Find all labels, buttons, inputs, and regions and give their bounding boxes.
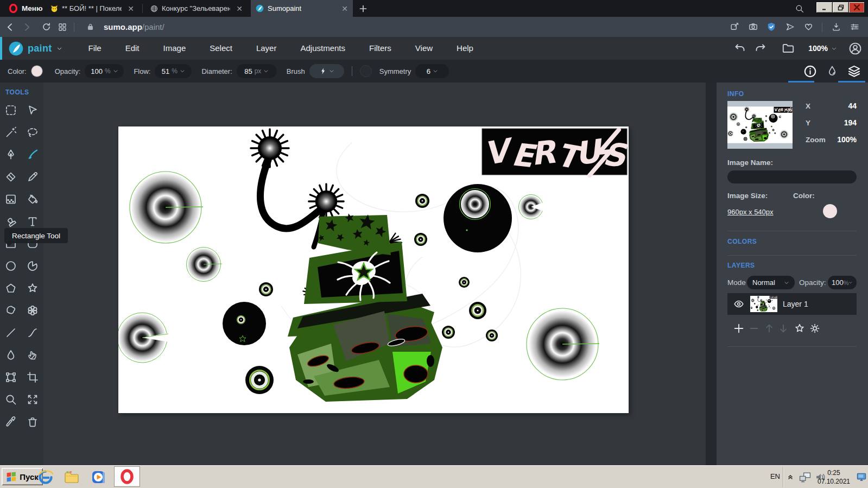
tool-eraser[interactable] bbox=[3, 170, 18, 183]
tool-star[interactable] bbox=[25, 282, 40, 295]
tool-zoom[interactable] bbox=[3, 393, 18, 406]
taskbar-ie-button[interactable] bbox=[37, 468, 54, 486]
tab-sumopaint[interactable]: Sumopaint ✕ bbox=[251, 0, 353, 17]
url-text[interactable]: sumo.app/paint/ bbox=[104, 22, 164, 32]
tab-close-icon[interactable]: ✕ bbox=[236, 4, 243, 13]
menu-edit[interactable]: Edit bbox=[113, 37, 151, 60]
info-panel-toggle-icon[interactable] bbox=[803, 64, 818, 79]
share-button[interactable] bbox=[782, 20, 798, 35]
move-layer-down-button[interactable] bbox=[777, 322, 789, 334]
color-panel-toggle-icon[interactable] bbox=[826, 65, 839, 78]
move-layer-up-button[interactable] bbox=[763, 322, 775, 334]
tool-fullscreen[interactable] bbox=[25, 393, 40, 406]
menu-file[interactable]: File bbox=[77, 37, 113, 60]
tool-blur[interactable] bbox=[3, 348, 18, 362]
menu-image[interactable]: Image bbox=[151, 37, 198, 60]
remove-layer-button[interactable] bbox=[748, 322, 760, 334]
tool-delete[interactable] bbox=[25, 415, 40, 428]
menu-filters[interactable]: Filters bbox=[357, 37, 403, 60]
speed-dial-button[interactable] bbox=[54, 20, 71, 35]
image-name-input[interactable] bbox=[727, 170, 857, 183]
bookmark-button[interactable] bbox=[800, 20, 816, 35]
tool-pen[interactable] bbox=[3, 148, 18, 161]
redo-icon[interactable] bbox=[754, 42, 767, 55]
snapshot-button[interactable] bbox=[745, 20, 761, 35]
forward-button[interactable] bbox=[18, 20, 35, 35]
tool-curve[interactable] bbox=[25, 326, 40, 339]
panel-color-swatch[interactable] bbox=[823, 204, 837, 218]
tab-close-icon[interactable]: ✕ bbox=[341, 4, 348, 13]
color-swatch[interactable] bbox=[31, 65, 43, 77]
tool-ellipse[interactable] bbox=[3, 259, 18, 272]
tool-kaleidoscope-shape[interactable] bbox=[25, 304, 40, 317]
opera-menu-button[interactable]: Меню bbox=[4, 0, 47, 17]
layer-settings-button[interactable] bbox=[809, 322, 821, 334]
favorite-layer-button[interactable] bbox=[794, 322, 806, 334]
tool-transform[interactable] bbox=[3, 371, 18, 384]
layer-row[interactable]: Layer 1 bbox=[727, 293, 857, 315]
taskbar-mediaplayer-button[interactable] bbox=[90, 468, 107, 486]
open-folder-icon[interactable] bbox=[781, 41, 795, 55]
tool-pencil[interactable] bbox=[25, 170, 40, 183]
window-close-button[interactable] bbox=[848, 2, 865, 13]
menu-view[interactable]: View bbox=[403, 37, 445, 60]
tool-pie[interactable] bbox=[25, 259, 40, 272]
window-minimize-button[interactable] bbox=[816, 2, 832, 13]
tool-lasso[interactable] bbox=[25, 126, 40, 139]
tool-move[interactable] bbox=[25, 104, 40, 117]
browser-settings-button[interactable] bbox=[846, 20, 863, 35]
tool-line[interactable] bbox=[3, 326, 18, 339]
vpn-badge-button[interactable] bbox=[763, 20, 780, 35]
secondary-color-swatch[interactable] bbox=[360, 65, 372, 77]
tab-pokelegenda[interactable]: ** БОЙ! ** | Покелегенда - ✕ bbox=[46, 0, 139, 17]
tool-gradient[interactable] bbox=[3, 193, 18, 206]
window-restore-button[interactable] bbox=[832, 2, 848, 13]
brush-type-dropdown[interactable] bbox=[309, 64, 344, 78]
menu-adjustments[interactable]: Adjustments bbox=[288, 37, 357, 60]
menu-layer[interactable]: Layer bbox=[244, 37, 289, 60]
menu-help[interactable]: Help bbox=[445, 37, 485, 60]
tool-clone-stamp[interactable] bbox=[3, 215, 18, 228]
tool-magic-wand[interactable] bbox=[3, 126, 18, 139]
layer-opacity-dropdown[interactable]: 100 % bbox=[828, 276, 857, 289]
layer-mode-dropdown[interactable]: Normal bbox=[747, 276, 795, 289]
network-tray-icon[interactable] bbox=[799, 471, 812, 483]
reload-button[interactable] bbox=[38, 20, 54, 35]
opacity-dropdown[interactable]: 100 % bbox=[85, 64, 124, 78]
browser-search-button[interactable] bbox=[791, 1, 808, 16]
language-indicator[interactable]: EN bbox=[770, 472, 780, 480]
drawing-canvas[interactable]: VERTUS bbox=[118, 126, 629, 413]
tool-smudge[interactable] bbox=[25, 348, 40, 362]
zoom-dropdown[interactable]: 100% bbox=[808, 44, 837, 53]
diameter-dropdown[interactable]: 85 px bbox=[237, 64, 277, 78]
site-security-badge[interactable] bbox=[82, 20, 98, 35]
undo-icon[interactable] bbox=[733, 42, 746, 55]
snapshot-edit-button[interactable] bbox=[726, 20, 743, 35]
downloads-button[interactable] bbox=[828, 20, 844, 35]
back-button[interactable] bbox=[2, 20, 18, 35]
tab-konkurs[interactable]: Конкурс "Зельеварение" - П ✕ bbox=[145, 0, 248, 17]
new-tab-button[interactable] bbox=[354, 0, 372, 17]
app-logo[interactable]: paint bbox=[0, 41, 70, 56]
tool-fill-bucket[interactable] bbox=[25, 193, 40, 206]
tray-clock[interactable]: 0:25 07.10.2021 bbox=[815, 468, 853, 486]
tool-marquee-select[interactable] bbox=[3, 104, 18, 117]
tool-eyedropper[interactable] bbox=[3, 415, 18, 428]
taskbar-explorer-button[interactable] bbox=[63, 468, 80, 486]
tool-text[interactable] bbox=[25, 215, 40, 228]
tool-crop[interactable] bbox=[25, 371, 40, 384]
layer-visibility-eye-icon[interactable] bbox=[733, 298, 745, 310]
tab-close-icon[interactable]: ✕ bbox=[128, 4, 134, 13]
flow-dropdown[interactable]: 51 % bbox=[155, 64, 192, 78]
tool-polygon[interactable] bbox=[3, 282, 18, 295]
tray-expand-chevron-icon[interactable] bbox=[787, 473, 794, 481]
tool-brush-active[interactable] bbox=[25, 148, 40, 161]
symmetry-dropdown[interactable]: 6 bbox=[415, 64, 449, 78]
taskbar-opera-button[interactable] bbox=[114, 466, 140, 487]
tool-custom-shape[interactable] bbox=[3, 304, 18, 317]
add-layer-button[interactable] bbox=[733, 322, 745, 334]
layers-panel-toggle-icon[interactable] bbox=[847, 64, 861, 79]
menu-select[interactable]: Select bbox=[198, 37, 244, 60]
account-avatar-icon[interactable] bbox=[848, 41, 863, 56]
show-desktop-button[interactable] bbox=[856, 470, 867, 484]
